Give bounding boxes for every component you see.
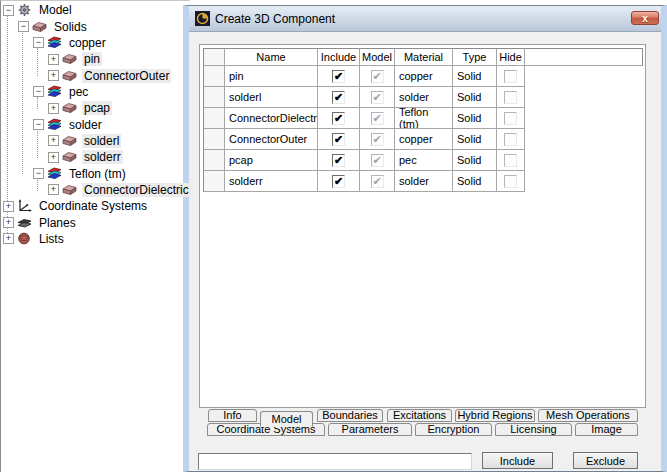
close-icon[interactable]: x (631, 11, 659, 25)
tab-encryption[interactable]: Encryption (415, 423, 492, 436)
row-selector-cell[interactable] (203, 129, 225, 150)
cell-include[interactable]: ✔ (318, 129, 360, 150)
cell-material[interactable]: copper (395, 129, 453, 150)
table-row-pcap[interactable]: pcap✔✔pecSolid (203, 150, 643, 171)
exclude-button[interactable]: Exclude (573, 452, 638, 469)
include-checkbox[interactable]: ✔ (332, 70, 345, 83)
tab-boundaries[interactable]: Boundaries (317, 409, 383, 422)
tab-info[interactable]: Info (208, 409, 257, 422)
tree-item-label[interactable]: Planes (37, 216, 78, 230)
cell-material[interactable]: Teflon (tm) (395, 108, 453, 129)
tree-item-label[interactable]: Lists (37, 232, 66, 246)
include-button[interactable]: Include (482, 452, 553, 469)
row-selector-cell[interactable] (203, 150, 225, 171)
tree-item-pin[interactable]: +pin (1, 51, 190, 67)
tree-item-label[interactable]: pin (82, 52, 102, 66)
row-selector-cell[interactable] (203, 87, 225, 108)
expand-toggle-icon[interactable]: + (3, 201, 14, 212)
tree-item-label[interactable]: solderl (82, 134, 121, 148)
table-row-connectorouter[interactable]: ConnectorOuter✔✔copperSolid (203, 129, 643, 150)
column-header-name[interactable]: Name (225, 48, 318, 66)
expand-toggle-icon[interactable]: + (48, 103, 59, 114)
collapse-toggle-icon[interactable]: − (3, 5, 14, 16)
table-row-pin[interactable]: pin✔✔copperSolid (203, 66, 643, 87)
tab-hybrid-regions[interactable]: Hybrid Regions (455, 409, 535, 422)
column-header-hide[interactable]: Hide (497, 48, 525, 66)
cell-include[interactable]: ✔ (318, 87, 360, 108)
column-header-material[interactable]: Material (395, 48, 453, 66)
tree-item-solderr[interactable]: +solderr (1, 149, 190, 165)
tree-item-label[interactable]: ConnectorOuter (82, 69, 171, 83)
cell-include[interactable]: ✔ (318, 150, 360, 171)
column-header-type[interactable]: Type (453, 48, 497, 66)
expand-toggle-icon[interactable]: + (48, 70, 59, 81)
tab-mesh-operations[interactable]: Mesh Operations (538, 409, 638, 422)
cell-name[interactable]: pcap (225, 150, 318, 171)
cell-include[interactable]: ✔ (318, 108, 360, 129)
tree-item-connectordielectric[interactable]: +ConnectorDielectric (1, 182, 190, 198)
cell-name[interactable]: ConnectorOuter (225, 129, 318, 150)
collapse-toggle-icon[interactable]: − (18, 21, 29, 32)
tree-item-connectorouter[interactable]: +ConnectorOuter (1, 67, 190, 83)
column-header-model[interactable]: Model (360, 48, 395, 66)
column-header-include[interactable]: Include (318, 48, 360, 66)
include-checkbox[interactable]: ✔ (332, 91, 345, 104)
cell-name[interactable]: pin (225, 66, 318, 87)
expand-toggle-icon[interactable]: + (48, 184, 59, 195)
tree-item-label[interactable]: pcap (82, 101, 112, 115)
tree-item-coordinate-systems[interactable]: +Coordinate Systems (1, 198, 190, 214)
cell-include[interactable]: ✔ (318, 171, 360, 192)
component-name-input[interactable] (198, 453, 472, 470)
tab-excitations[interactable]: Excitations (387, 409, 452, 422)
tree-item-model[interactable]: −Model (1, 2, 190, 18)
tree-item-solder[interactable]: −solder (1, 116, 190, 132)
tab-image[interactable]: Image (575, 423, 638, 436)
tab-parameters[interactable]: Parameters (328, 423, 412, 436)
cell-include[interactable]: ✔ (318, 66, 360, 87)
tab-licensing[interactable]: Licensing (495, 423, 572, 436)
tree-item-pcap[interactable]: +pcap (1, 100, 190, 116)
cell-material[interactable]: copper (395, 66, 453, 87)
tab-model[interactable]: Model (260, 411, 313, 427)
tree-item-planes[interactable]: +Planes (1, 214, 190, 230)
row-selector-cell[interactable] (203, 66, 225, 87)
include-checkbox[interactable]: ✔ (332, 154, 345, 167)
table-row-solderl[interactable]: solderl✔✔solderSolid (203, 87, 643, 108)
expand-toggle-icon[interactable]: + (48, 54, 59, 65)
tree-item-label[interactable]: ConnectorDielectric (82, 183, 191, 197)
cell-material[interactable]: solder (395, 87, 453, 108)
expand-toggle-icon[interactable]: + (48, 152, 59, 163)
tree-item-label[interactable]: Teflon (tm) (67, 167, 128, 181)
tree-item-label[interactable]: copper (67, 36, 108, 50)
cell-material[interactable]: pec (395, 150, 453, 171)
tree-item-label[interactable]: Solids (52, 20, 89, 34)
tree-item-label[interactable]: solderr (82, 150, 123, 164)
tree-item-label[interactable]: solder (67, 118, 104, 132)
include-checkbox[interactable]: ✔ (332, 175, 345, 188)
collapse-toggle-icon[interactable]: − (33, 37, 44, 48)
tree-item-solderl[interactable]: +solderl (1, 133, 190, 149)
tree-item-pec[interactable]: −pec (1, 84, 190, 100)
collapse-toggle-icon[interactable]: − (33, 168, 44, 179)
tree-item-label[interactable]: Coordinate Systems (37, 199, 149, 213)
tree-item-lists[interactable]: +Lists (1, 231, 190, 247)
cell-name[interactable]: solderr (225, 171, 318, 192)
collapse-toggle-icon[interactable]: − (33, 119, 44, 130)
table-row-solderr[interactable]: solderr✔✔solderSolid (203, 171, 643, 192)
dialog-titlebar[interactable]: Create 3D Component x (189, 6, 661, 32)
tree-item-teflon-tm[interactable]: −Teflon (tm) (1, 165, 190, 181)
row-selector-cell[interactable] (203, 108, 225, 129)
expand-toggle-icon[interactable]: + (48, 135, 59, 146)
cell-name[interactable]: solderl (225, 87, 318, 108)
tree-item-copper[interactable]: −copper (1, 35, 190, 51)
table-row-connectordielectric[interactable]: ConnectorDielectric✔✔Teflon (tm)Solid (203, 108, 643, 129)
expand-toggle-icon[interactable]: + (3, 233, 14, 244)
tree-item-solids[interactable]: −Solids (1, 18, 190, 34)
tree-item-label[interactable]: Model (37, 3, 74, 17)
include-checkbox[interactable]: ✔ (332, 112, 345, 125)
collapse-toggle-icon[interactable]: − (33, 86, 44, 97)
cell-material[interactable]: solder (395, 171, 453, 192)
include-checkbox[interactable]: ✔ (332, 133, 345, 146)
expand-toggle-icon[interactable]: + (3, 217, 14, 228)
cell-name[interactable]: ConnectorDielectric (225, 108, 318, 129)
